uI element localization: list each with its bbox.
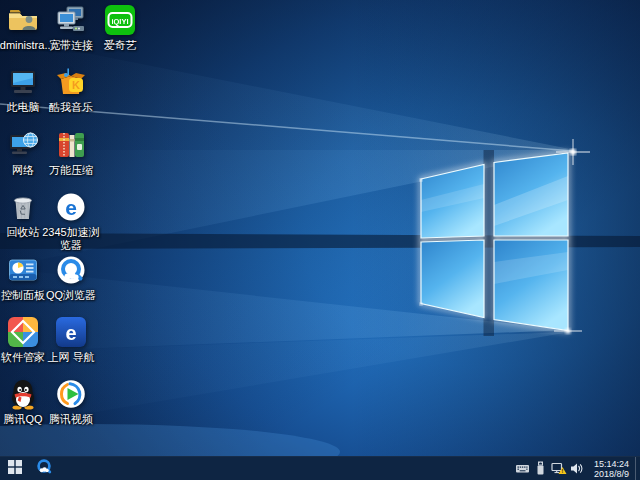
desktop-icon-label: 爱奇艺	[88, 39, 152, 52]
desktop-icon-universal-zip[interactable]: 万能压缩	[39, 129, 103, 177]
desktop-icon-label: QQ浏览器	[39, 289, 103, 302]
network-warning-icon[interactable]: !	[550, 457, 568, 480]
taskbar-qq-browser-button[interactable]	[30, 457, 58, 480]
desktop-icon-label: 万能压缩	[39, 164, 103, 177]
svg-text:!: !	[562, 468, 564, 474]
administrator-folder-icon	[7, 4, 39, 36]
windows-logo-icon	[8, 460, 22, 478]
desktop-icon-qq-browser[interactable]: QQ浏览器	[39, 254, 103, 302]
universal-zip-icon	[55, 129, 87, 161]
2345-browser-icon: e	[55, 191, 87, 223]
desktop-icon-web-navigation[interactable]: e 上网 导航	[39, 316, 103, 364]
svg-text:e: e	[65, 196, 77, 219]
system-tray: ! 15:14:24 2018/8/9	[514, 457, 640, 480]
iqiyi-icon: iQIYI	[104, 4, 136, 36]
clock-date: 2018/8/9	[594, 469, 629, 479]
svg-text:e: e	[65, 322, 76, 344]
tencent-video-icon	[55, 378, 87, 410]
software-manager-icon	[7, 316, 39, 348]
desktop-icon-label: 酷我音乐	[39, 101, 103, 114]
web-navigation-icon: e	[55, 316, 87, 348]
svg-text:K: K	[72, 79, 80, 91]
desktop-icon-2345-browser[interactable]: e 2345加速浏览器	[39, 191, 103, 252]
usb-device-icon[interactable]	[532, 457, 550, 480]
desktop-icon-label: 腾讯视频	[39, 413, 103, 426]
this-pc-icon	[7, 66, 39, 98]
desktop-icon-tencent-video[interactable]: 腾讯视频	[39, 378, 103, 426]
broadband-connection-icon	[55, 4, 87, 36]
taskbar-clock[interactable]: 15:14:24 2018/8/9	[586, 459, 635, 479]
control-panel-icon	[7, 254, 39, 286]
clock-time: 15:14:24	[594, 459, 629, 469]
desktop-icon-kuwo-music[interactable]: K 酷我音乐	[39, 66, 103, 114]
kuwo-music-icon: K	[55, 66, 87, 98]
desktop-icon-iqiyi[interactable]: iQIYI 爱奇艺	[88, 4, 152, 52]
tencent-qq-icon	[7, 378, 39, 410]
taskbar: ! 15:14:24 2018/8/9	[0, 456, 640, 480]
network-icon	[7, 129, 39, 161]
volume-icon[interactable]	[568, 457, 586, 480]
qq-browser-icon	[55, 254, 87, 286]
start-button[interactable]	[0, 457, 30, 480]
desktop-icon-label: 2345加速浏览器	[39, 226, 103, 252]
qq-browser-icon	[35, 458, 53, 480]
desktop-background: Administra... 宽带连接 iQIYI	[0, 0, 640, 456]
svg-text:iQIYI: iQIYI	[111, 17, 128, 26]
touch-keyboard-icon[interactable]	[514, 457, 532, 480]
show-desktop-button[interactable]	[635, 457, 640, 480]
recycle-bin-icon	[7, 191, 39, 223]
desktop-icon-label: 上网 导航	[39, 351, 103, 364]
